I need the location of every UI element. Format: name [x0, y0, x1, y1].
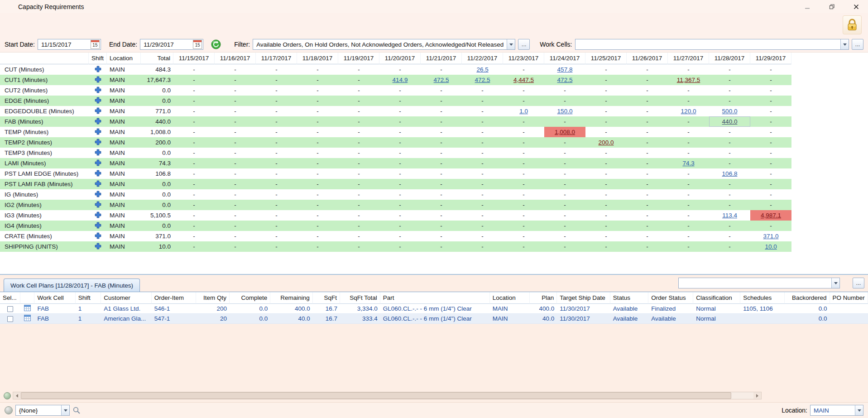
expand-plus-icon[interactable] — [89, 221, 107, 231]
filter-ellipsis-button[interactable]: ... — [518, 39, 530, 50]
location-combo-value[interactable]: MAIN — [810, 407, 855, 414]
expand-plus-icon[interactable] — [89, 85, 107, 96]
column-header-date[interactable]: 11/28/2017 — [709, 53, 750, 64]
column-header-date[interactable]: 11/20/2017 — [379, 53, 421, 64]
column-header-total[interactable]: Total — [141, 53, 173, 64]
column-header-date[interactable]: 11/21/2017 — [421, 53, 462, 64]
plans-column-header[interactable]: Location — [490, 292, 530, 304]
filter-combo[interactable]: Available Orders, On Hold Orders, Not Ac… — [253, 39, 515, 50]
plans-ellipsis-button[interactable]: ... — [853, 278, 864, 288]
plans-column-header[interactable]: Shift — [76, 292, 101, 304]
capacity-cell-overload[interactable]: 200.0 — [585, 137, 627, 148]
plans-filter-combo[interactable] — [678, 278, 840, 288]
expand-plus-icon[interactable] — [89, 137, 107, 148]
column-header-date[interactable]: 11/25/2017 — [585, 53, 627, 64]
column-header-workcell[interactable] — [0, 53, 89, 64]
column-header-date[interactable]: 11/24/2017 — [544, 53, 585, 64]
chevron-down-icon[interactable] — [855, 405, 863, 415]
chevron-down-icon[interactable] — [831, 278, 839, 288]
row-checkbox[interactable] — [7, 316, 13, 322]
scroll-right-arrow[interactable] — [753, 392, 761, 399]
expand-plus-icon[interactable] — [89, 231, 107, 241]
expand-plus-icon[interactable] — [89, 210, 107, 221]
plans-column-header[interactable]: Status — [610, 292, 648, 304]
capacity-cell-overload[interactable]: 11,367.5 — [668, 75, 709, 85]
expand-plus-icon[interactable] — [89, 200, 107, 210]
plans-column-header[interactable]: SqFt — [313, 292, 340, 304]
column-header-date[interactable]: 11/23/2017 — [503, 53, 544, 64]
row-checkbox[interactable] — [7, 306, 13, 312]
plans-column-header[interactable]: Complete — [230, 292, 270, 304]
column-header-location[interactable]: Location — [107, 53, 141, 64]
scroll-left-arrow[interactable] — [13, 392, 21, 399]
scroll-corner-icon[interactable] — [4, 392, 11, 399]
search-icon[interactable] — [72, 406, 81, 414]
expand-plus-icon[interactable] — [89, 106, 107, 116]
capacity-cell-link[interactable]: 1.0 — [503, 106, 544, 116]
column-header-date[interactable]: 11/16/2017 — [215, 53, 256, 64]
column-header-date[interactable]: 11/27/2017 — [668, 53, 709, 64]
capacity-cell-link[interactable]: 120.0 — [668, 106, 709, 116]
layout-selector-value[interactable]: {None} — [16, 407, 61, 414]
chevron-down-icon[interactable] — [507, 39, 515, 49]
column-header-shift[interactable]: Shift — [89, 53, 107, 64]
scroll-thumb[interactable] — [21, 392, 731, 399]
work-cells-combo[interactable] — [575, 39, 849, 50]
capacity-cell-link[interactable]: 414.9 — [379, 75, 421, 85]
column-header-date[interactable]: 11/15/2017 — [173, 53, 215, 64]
plans-column-header[interactable]: PO Number — [830, 292, 868, 304]
plans-column-header[interactable]: Item Qty — [196, 292, 230, 304]
expand-plus-icon[interactable] — [89, 179, 107, 189]
capacity-cell-overload[interactable]: 1,008.0 — [544, 127, 585, 137]
chevron-down-icon[interactable] — [840, 39, 849, 49]
capacity-cell-link[interactable]: 500.0 — [709, 106, 750, 116]
capacity-cell-link[interactable]: 472.5 — [544, 75, 585, 85]
capacity-cell-overload[interactable]: 4,447.5 — [503, 75, 544, 85]
capacity-cell-link[interactable]: 10.0 — [750, 241, 791, 252]
capacity-cell-link[interactable]: 106.8 — [709, 168, 750, 179]
minimize-icon[interactable] — [804, 3, 811, 10]
plans-column-header[interactable]: Order Status — [648, 292, 693, 304]
plans-column-header[interactable]: Schedules — [740, 292, 785, 304]
capacity-cell-link[interactable]: 371.0 — [750, 231, 791, 241]
location-combo[interactable]: MAIN — [810, 405, 863, 416]
plans-column-header[interactable]: Work Cell — [34, 292, 75, 304]
plan-select-cell[interactable] — [0, 304, 20, 314]
calendar-icon[interactable]: 15 — [91, 40, 100, 49]
chevron-down-icon[interactable] — [61, 405, 69, 415]
capacity-cell-link[interactable]: 457.8 — [544, 64, 585, 75]
capacity-cell-overload[interactable]: 4,987.1 — [750, 210, 791, 221]
plans-column-header[interactable]: Part — [380, 292, 490, 304]
horizontal-scrollbar[interactable] — [13, 392, 762, 399]
plans-column-header[interactable]: Plan — [530, 292, 557, 304]
plans-column-header[interactable]: Remaining — [270, 292, 313, 304]
expand-plus-icon[interactable] — [89, 75, 107, 85]
expand-plus-icon[interactable] — [89, 241, 107, 252]
close-icon[interactable] — [853, 3, 860, 10]
plans-column-header[interactable]: SqFt Total — [340, 292, 380, 304]
lock-icon[interactable] — [843, 15, 862, 34]
column-header-date[interactable]: 11/22/2017 — [462, 53, 503, 64]
column-header-date[interactable]: 11/29/2017 — [750, 53, 791, 64]
expand-plus-icon[interactable] — [89, 96, 107, 106]
plans-column-header[interactable]: Order-Item — [152, 292, 196, 304]
plans-column-header[interactable]: Target Ship Date — [557, 292, 610, 304]
expand-plus-icon[interactable] — [89, 158, 107, 168]
expand-plus-icon[interactable] — [89, 168, 107, 179]
refresh-button[interactable] — [211, 39, 221, 50]
expand-plus-icon[interactable] — [89, 116, 107, 127]
plan-detail-icon[interactable] — [20, 314, 35, 324]
plans-column-header[interactable]: Customer — [101, 292, 151, 304]
work-cells-ellipsis-button[interactable]: ... — [852, 39, 863, 50]
capacity-cell-link[interactable]: 74.3 — [668, 158, 709, 168]
expand-plus-icon[interactable] — [89, 64, 107, 75]
capacity-cell-selected[interactable]: 440.0 — [709, 116, 750, 127]
start-date-field[interactable]: 11/15/2017 15 — [38, 39, 101, 50]
plan-detail-icon[interactable] — [20, 304, 35, 314]
layout-selector-combo[interactable]: {None} — [15, 405, 70, 416]
column-header-date[interactable]: 11/17/2017 — [256, 53, 297, 64]
plans-column-header[interactable]: Backordered — [785, 292, 830, 304]
calendar-icon[interactable]: 15 — [193, 40, 202, 49]
restore-icon[interactable] — [828, 3, 835, 10]
statusbar-orb-icon[interactable] — [5, 406, 13, 414]
